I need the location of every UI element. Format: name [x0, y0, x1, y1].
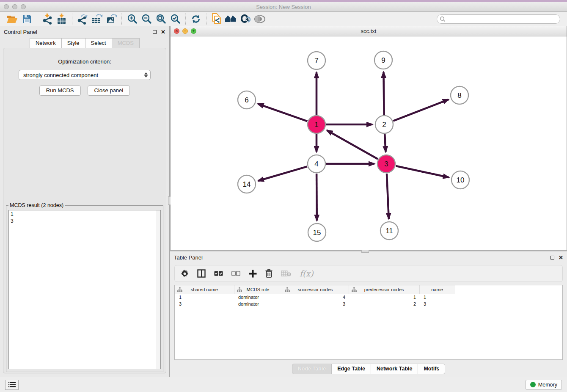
- network-canvas[interactable]: 7968124314101511: [171, 36, 567, 250]
- network-view-window: × − + scc.txt 79681243141015: [170, 26, 567, 251]
- export-table-button[interactable]: [90, 13, 104, 25]
- tab-select[interactable]: Select: [85, 38, 112, 48]
- column-header-shared-name[interactable]: shared name: [175, 285, 234, 294]
- network-close-button[interactable]: ×: [174, 28, 179, 34]
- open-session-button[interactable]: [5, 13, 19, 25]
- table-cell[interactable]: 1: [175, 294, 234, 301]
- column-header-MCDS-role[interactable]: MCDS role: [234, 285, 282, 294]
- import-table-button[interactable]: [55, 13, 69, 25]
- tab-mcds[interactable]: MCDS: [112, 38, 140, 48]
- zoom-window-button[interactable]: [21, 4, 26, 9]
- network-maximize-button[interactable]: +: [191, 28, 196, 34]
- zoom-in-icon: [127, 14, 138, 24]
- graph-node-label-4: 4: [314, 160, 318, 168]
- search-input[interactable]: [437, 14, 560, 24]
- mcds-result-title: MCDS result (2 nodes): [8, 202, 65, 208]
- graph-edge-2-3[interactable]: [385, 134, 385, 152]
- clone-network-button[interactable]: [209, 13, 224, 25]
- zoom-out-button[interactable]: [139, 13, 154, 25]
- zoom-selected-button[interactable]: [168, 13, 182, 25]
- save-session-button[interactable]: [19, 13, 34, 25]
- column-header-predecessor-nodes[interactable]: predecessor nodes: [349, 285, 419, 294]
- control-panel-tabs: NetworkStyleSelectMCDS: [0, 38, 169, 48]
- delete-table-button[interactable]: [281, 270, 291, 277]
- export-network-button[interactable]: [75, 13, 90, 25]
- first-neighbors-button[interactable]: [224, 13, 238, 25]
- zoom-in-button[interactable]: [125, 13, 139, 25]
- select-all-button[interactable]: [214, 271, 223, 276]
- tab-network[interactable]: Network: [30, 38, 62, 48]
- create-column-button[interactable]: [249, 270, 257, 278]
- close-panel-button[interactable]: Close panel: [88, 86, 130, 96]
- graph-edge-4-15[interactable]: [317, 174, 317, 221]
- zoom-out-icon: [141, 14, 152, 24]
- table-cell[interactable]: 4: [282, 294, 349, 301]
- table-cell[interactable]: dominator: [234, 301, 282, 307]
- float-panel-icon[interactable]: [153, 30, 157, 34]
- table-cell[interactable]: 3: [419, 301, 455, 307]
- delete-column-button[interactable]: [265, 269, 272, 278]
- graph-edge-3-11[interactable]: [387, 174, 389, 219]
- close-window-button[interactable]: [4, 4, 9, 9]
- toolbar-separator: [185, 14, 186, 25]
- table-cell[interactable]: dominator: [234, 294, 282, 301]
- show-columns-button[interactable]: [197, 269, 206, 278]
- export-table-icon: [91, 14, 103, 25]
- apply-layout-button[interactable]: [189, 13, 203, 25]
- import-table-icon: [56, 14, 67, 25]
- network-minimize-button[interactable]: −: [182, 28, 188, 34]
- search-icon: [440, 16, 446, 22]
- graph-edge-4-14[interactable]: [258, 166, 307, 181]
- network-window-title: scc.txt: [361, 28, 377, 34]
- mcds-result-area[interactable]: 1 3: [8, 210, 161, 369]
- import-network-button[interactable]: [40, 13, 55, 25]
- vertical-splitter[interactable]: [169, 26, 170, 377]
- memory-button[interactable]: Memory: [526, 380, 562, 390]
- graph-edge-3-1[interactable]: [327, 130, 378, 159]
- splitter-grip-h[interactable]: [361, 250, 369, 253]
- optimization-criterion-select[interactable]: strongly connected component: [19, 70, 151, 80]
- float-table-panel-icon[interactable]: [550, 256, 554, 259]
- graph-edge-3-10[interactable]: [396, 166, 449, 177]
- toolbar-separator: [72, 14, 72, 25]
- tab-network-table[interactable]: Network Table: [371, 364, 418, 374]
- close-panel-icon[interactable]: ✕: [161, 29, 165, 35]
- hide-labels-button[interactable]: [238, 13, 253, 25]
- table-cell[interactable]: 1: [349, 294, 419, 301]
- result-scrollbar[interactable]: [156, 210, 160, 369]
- table-cell[interactable]: 2: [349, 301, 419, 307]
- table-row[interactable]: 1dominator411: [175, 294, 455, 301]
- table-header-row: shared nameMCDS rolesuccessor nodesprede…: [175, 285, 455, 294]
- column-header-successor-nodes[interactable]: successor nodes: [282, 285, 349, 294]
- table-cell[interactable]: 1: [419, 294, 455, 301]
- column-header-name[interactable]: name: [419, 285, 455, 294]
- table-row[interactable]: 3dominator323: [175, 301, 455, 307]
- deselect-all-icon: [231, 271, 240, 276]
- table-cell[interactable]: 3: [282, 301, 349, 307]
- run-mcds-button[interactable]: Run MCDS: [39, 86, 81, 96]
- graphics-details-button[interactable]: [253, 13, 267, 25]
- function-builder-button[interactable]: f(x): [300, 269, 314, 278]
- graph-edge-2-8[interactable]: [393, 99, 449, 121]
- node-table[interactable]: shared nameMCDS rolesuccessor nodesprede…: [174, 285, 563, 360]
- delete-table-icon: [281, 270, 291, 277]
- column-header-filler: [455, 285, 455, 294]
- network-window-titlebar[interactable]: × − + scc.txt: [171, 26, 567, 36]
- deselect-all-button[interactable]: [231, 271, 240, 276]
- pages-share-icon: [211, 13, 222, 25]
- tab-motifs[interactable]: Motifs: [418, 364, 445, 374]
- graph-edge-2-9[interactable]: [383, 72, 384, 115]
- close-table-panel-icon[interactable]: ✕: [559, 255, 563, 260]
- graph-edge-1-6[interactable]: [258, 104, 307, 121]
- table-options-button[interactable]: [181, 270, 189, 278]
- export-image-button[interactable]: [104, 13, 118, 25]
- horizontal-splitter[interactable]: [170, 251, 567, 252]
- tab-style[interactable]: Style: [62, 38, 85, 48]
- minimize-window-button[interactable]: [12, 4, 17, 9]
- zoom-fit-button[interactable]: [154, 13, 168, 25]
- graph-node-label-8: 8: [457, 91, 461, 99]
- tab-node-table[interactable]: Node Table: [292, 364, 332, 374]
- task-history-button[interactable]: [5, 380, 19, 390]
- table-cell[interactable]: 3: [175, 301, 234, 307]
- tab-edge-table[interactable]: Edge Table: [332, 364, 371, 374]
